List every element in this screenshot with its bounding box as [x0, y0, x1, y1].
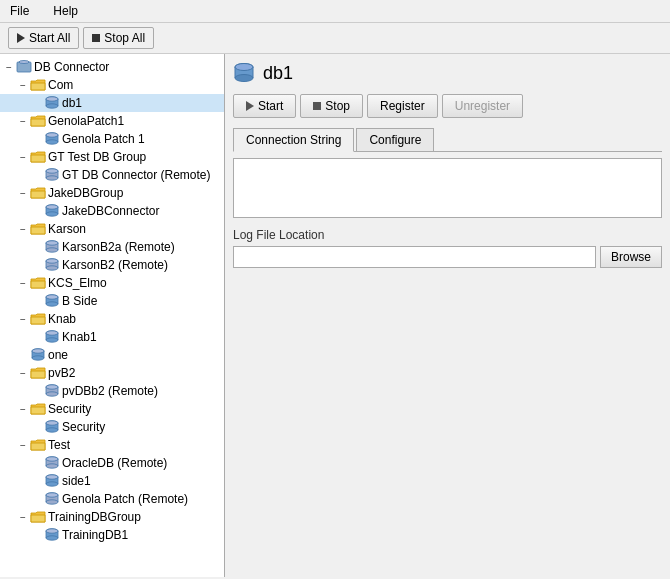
tab-bar: Connection String Configure [233, 128, 662, 152]
tab-connection-string[interactable]: Connection String [233, 128, 354, 152]
tree-icon-one [30, 347, 46, 363]
tree-label-genolapatch1: GenolaPatch1 [48, 114, 124, 128]
menu-help[interactable]: Help [47, 2, 84, 20]
svg-point-85 [46, 493, 58, 497]
tree-node-karson[interactable]: − Karson [0, 220, 224, 238]
tree-expand-genolapatch1[interactable]: − [16, 114, 30, 128]
tree-node-gttestdbgroup[interactable]: − GT Test DB Group [0, 148, 224, 166]
tree-label-gttestdbgroup: GT Test DB Group [48, 150, 146, 164]
tree-node-genolapatch1[interactable]: − GenolaPatch1 [0, 112, 224, 130]
detail-panel: db1 Start Stop Register Unregister Conne… [225, 54, 670, 577]
play-icon [17, 33, 25, 43]
tree-expand-kcs_elmo[interactable]: − [16, 276, 30, 290]
stop-label: Stop [325, 99, 350, 113]
svg-point-55 [32, 349, 44, 353]
svg-point-64 [46, 428, 58, 432]
tree-node-trainingdb1[interactable]: TrainingDB1 [0, 526, 224, 544]
svg-point-7 [46, 97, 58, 101]
tree-node-one[interactable]: one [0, 346, 224, 364]
tree-icon-gtdbconnector [44, 167, 60, 183]
svg-point-94 [235, 75, 253, 82]
stop-button[interactable]: Stop [300, 94, 363, 118]
tree-icon-knab1 [44, 329, 60, 345]
tree-node-dbconnector[interactable]: − DB Connector [0, 58, 224, 76]
tree-icon-db1 [44, 95, 60, 111]
tree-expand-dbconnector[interactable]: − [2, 60, 16, 74]
tree-expand-trainingdbgroup[interactable]: − [16, 510, 30, 524]
tree-panel[interactable]: − DB Connector− Com db1− GenolaPatch1 Ge… [0, 54, 225, 577]
tree-icon-genolapatch [44, 131, 60, 147]
tree-label-com: Com [48, 78, 73, 92]
tree-expand-knab[interactable]: − [16, 312, 30, 326]
tree-expand-gttestdbgroup[interactable]: − [16, 150, 30, 164]
start-button[interactable]: Start [233, 94, 296, 118]
tree-node-gtdbconnector[interactable]: GT DB Connector (Remote) [0, 166, 224, 184]
tree-expand-test[interactable]: − [16, 438, 30, 452]
tree-node-genolapatchremote[interactable]: Genola Patch (Remote) [0, 490, 224, 508]
svg-point-16 [46, 176, 58, 180]
unregister-button[interactable]: Unregister [442, 94, 523, 118]
tree-label-security: Security [48, 402, 91, 416]
tree-icon-kcs_elmo [30, 275, 46, 291]
tree-node-kcs_elmo[interactable]: − KCS_Elmo [0, 274, 224, 292]
menu-file[interactable]: File [4, 2, 35, 20]
stop-all-button[interactable]: Stop All [83, 27, 154, 49]
tree-node-securityitem[interactable]: Security [0, 418, 224, 436]
tree-node-test[interactable]: − Test [0, 436, 224, 454]
start-all-button[interactable]: Start All [8, 27, 79, 49]
tree-expand-com[interactable]: − [16, 78, 30, 92]
register-button[interactable]: Register [367, 94, 438, 118]
svg-point-58 [46, 392, 58, 396]
tree-node-oracledb[interactable]: OracleDB (Remote) [0, 454, 224, 472]
browse-button[interactable]: Browse [600, 246, 662, 268]
svg-point-88 [46, 536, 58, 540]
tree-node-knab1[interactable]: Knab1 [0, 328, 224, 346]
stop-square-icon [313, 102, 321, 110]
tree-label-securityitem: Security [62, 420, 105, 434]
tree-node-side1[interactable]: side1 [0, 472, 224, 490]
tree-node-pvb2[interactable]: − pvB2 [0, 364, 224, 382]
tree-node-trainingdbgroup[interactable]: − TrainingDBGroup [0, 508, 224, 526]
tree-label-karsonb2a: KarsonB2a (Remote) [62, 240, 175, 254]
tree-icon-pvdbb2 [44, 383, 60, 399]
log-file-input[interactable] [233, 246, 596, 268]
tree-label-dbconnector: DB Connector [34, 60, 109, 74]
tree-label-genolapatchremote: Genola Patch (Remote) [62, 492, 188, 506]
stop-all-label: Stop All [104, 31, 145, 45]
tree-icon-securityitem [44, 419, 60, 435]
tree-expand-jakedbgroup[interactable]: − [16, 186, 30, 200]
svg-point-70 [46, 464, 58, 468]
tree-node-com[interactable]: − Com [0, 76, 224, 94]
svg-point-82 [46, 500, 58, 504]
svg-point-95 [235, 64, 253, 71]
start-label: Start [258, 99, 283, 113]
tree-icon-genolapatchremote [44, 491, 60, 507]
tab-configure[interactable]: Configure [356, 128, 434, 151]
tree-icon-knab [30, 311, 46, 327]
tree-node-db1[interactable]: db1 [0, 94, 224, 112]
tree-expand-security[interactable]: − [16, 402, 30, 416]
tree-label-pvdbb2: pvDBb2 (Remote) [62, 384, 158, 398]
svg-point-43 [46, 295, 58, 299]
tree-label-oracledb: OracleDB (Remote) [62, 456, 167, 470]
tree-node-knab[interactable]: − Knab [0, 310, 224, 328]
tree-node-security[interactable]: − Security [0, 400, 224, 418]
svg-point-91 [46, 529, 58, 533]
tree-node-jakedbconnector[interactable]: JakeDBConnector [0, 202, 224, 220]
detail-db-name: db1 [263, 63, 293, 84]
tree-expand-karson[interactable]: − [16, 222, 30, 236]
tree-node-genolapatch[interactable]: Genola Patch 1 [0, 130, 224, 148]
tree-node-karsonb2[interactable]: KarsonB2 (Remote) [0, 256, 224, 274]
tree-node-karsonb2a[interactable]: KarsonB2a (Remote) [0, 238, 224, 256]
tree-node-pvdbb2[interactable]: pvDBb2 (Remote) [0, 382, 224, 400]
menu-bar: File Help [0, 0, 670, 23]
svg-point-61 [46, 385, 58, 389]
connection-string-input[interactable] [233, 158, 662, 218]
tree-label-pvb2: pvB2 [48, 366, 75, 380]
svg-point-13 [46, 133, 58, 137]
tree-icon-side1 [44, 473, 60, 489]
tree-node-jakedbgroup[interactable]: − JakeDBGroup [0, 184, 224, 202]
tree-expand-pvb2[interactable]: − [16, 366, 30, 380]
tree-node-bside[interactable]: B Side [0, 292, 224, 310]
stop-icon [92, 34, 100, 42]
